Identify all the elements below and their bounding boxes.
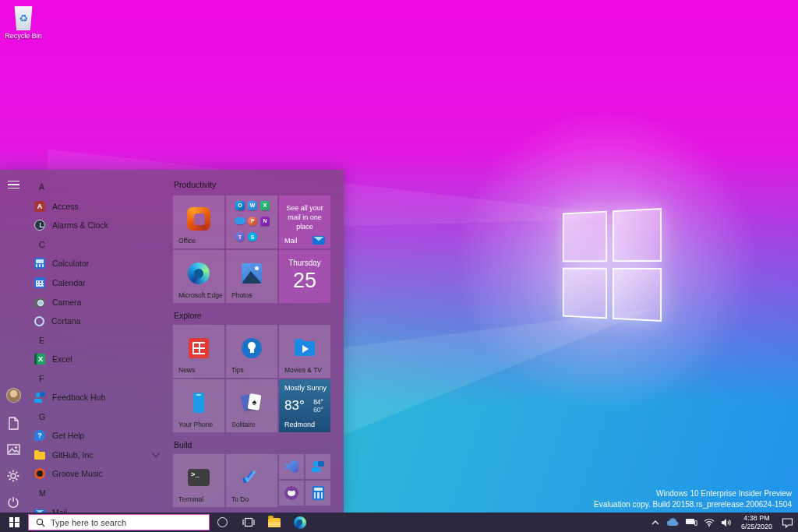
tips-bulb-icon xyxy=(242,338,262,358)
onenote-icon: N xyxy=(260,217,270,226)
windows-logo-pane xyxy=(613,208,662,262)
tile-visual-studio[interactable] xyxy=(279,454,304,479)
search-icon xyxy=(36,518,45,527)
taskbar-search-box[interactable] xyxy=(28,514,210,530)
cortana-icon xyxy=(34,316,44,326)
windows-logo-pane xyxy=(563,268,607,319)
settings-button[interactable] xyxy=(0,466,26,486)
solitaire-cards-icon: ♠ xyxy=(242,393,262,413)
action-center-icon xyxy=(782,517,793,528)
app-item-excel[interactable]: X Excel xyxy=(26,350,165,369)
app-item-access[interactable]: A Access xyxy=(26,197,165,217)
app-item-get-help[interactable]: ? Get Help xyxy=(26,426,165,446)
tile-group-productivity: Productivity xyxy=(174,180,216,189)
show-hidden-icons-button[interactable] xyxy=(651,520,660,526)
photos-icon xyxy=(242,263,262,284)
pictures-button[interactable] xyxy=(0,439,26,460)
onedrive-cloud-icon xyxy=(666,518,679,527)
tile-microsoft-edge[interactable]: Microsoft Edge xyxy=(173,250,224,303)
tile-photos[interactable]: Photos xyxy=(226,250,277,303)
watermark-line1: Windows 10 Enterprise Insider Preview xyxy=(594,488,792,499)
tile-mail-live[interactable]: See all your mail in one place Mail xyxy=(279,196,330,248)
wifi-icon xyxy=(704,518,715,527)
productivity-tile-grid: Office O W X P N T S See all your m xyxy=(173,196,330,303)
tile-calculator-small[interactable] xyxy=(305,481,330,506)
task-view-button[interactable] xyxy=(235,513,261,532)
clock-date: 6/25/2020 xyxy=(741,523,772,531)
tile-tips[interactable]: Tips xyxy=(226,325,277,378)
file-explorer-button[interactable] xyxy=(261,513,287,532)
build-small-tiles xyxy=(279,454,330,507)
app-list-section-a[interactable]: A xyxy=(26,178,165,197)
desktop: ♻ Recycle Bin Windows 10 Enterprise Insi… xyxy=(0,0,798,532)
excel-icon: X xyxy=(34,354,45,365)
tile-office[interactable]: Office xyxy=(173,196,224,248)
tile-group-explore: Explore xyxy=(174,311,202,320)
teams-icon: T xyxy=(235,232,245,241)
tile-calendar-live[interactable]: Thursday 25 xyxy=(279,250,330,303)
wifi-tray-button[interactable] xyxy=(704,518,715,527)
tile-to-do[interactable]: ✓ ✓ To Do xyxy=(226,454,277,507)
app-list-section-m[interactable]: M xyxy=(26,484,165,503)
edge-icon xyxy=(188,262,210,284)
tile-office-suite[interactable]: O W X P N T S xyxy=(226,196,277,248)
app-item-alarms-clock[interactable]: Alarms & Clock xyxy=(26,216,165,235)
tile-feedback-hub-small[interactable] xyxy=(305,454,330,479)
app-item-github-folder[interactable]: GitHub, Inc xyxy=(26,446,165,465)
app-item-feedback-hub[interactable]: Feedback Hub xyxy=(26,388,165,407)
app-item-calendar[interactable]: Calendar xyxy=(26,273,165,293)
search-input[interactable] xyxy=(51,518,191,527)
card-front-icon: ♠ xyxy=(248,393,262,410)
app-item-camera[interactable]: Camera xyxy=(26,292,165,312)
tile-weather-live[interactable]: Mostly Sunny 83° 84° 60° Redmond xyxy=(279,379,330,432)
recycle-bin-label: Recycle Bin xyxy=(3,32,44,40)
tile-terminal[interactable]: >_ Terminal xyxy=(173,454,224,507)
weather-low: 60° xyxy=(313,406,323,414)
calculator-icon xyxy=(34,258,45,269)
onedrive-icon xyxy=(235,217,245,224)
taskbar-clock[interactable]: 4:38 PM 6/25/2020 xyxy=(738,514,775,530)
tile-solitaire[interactable]: ♠ Solitaire xyxy=(226,379,277,432)
watermark-line2: Evaluation copy. Build 20158.rs_prerelea… xyxy=(594,499,792,510)
app-item-calculator[interactable]: Calculator xyxy=(26,254,165,273)
movies-tv-icon xyxy=(295,341,315,356)
build-tile-grid: >_ Terminal ✓ ✓ To Do xyxy=(173,454,330,507)
pictures-icon xyxy=(7,444,20,455)
build-watermark: Windows 10 Enterprise Insider Preview Ev… xyxy=(594,488,792,509)
word-icon: W xyxy=(248,201,257,210)
recycle-bin-shortcut[interactable]: ♻ Recycle Bin xyxy=(3,6,44,40)
volume-tray-button[interactable] xyxy=(721,518,732,527)
app-item-mail[interactable]: Mail xyxy=(26,502,165,513)
edge-browser-button[interactable] xyxy=(287,513,312,532)
device-tray-button[interactable] xyxy=(685,518,697,527)
power-icon xyxy=(7,496,19,509)
tile-your-phone[interactable]: Your Phone xyxy=(173,379,224,432)
user-account-button[interactable] xyxy=(0,385,26,405)
app-list-section-e[interactable]: E xyxy=(26,330,165,350)
tile-github[interactable] xyxy=(279,481,304,506)
recycle-bin-icon: ♻ xyxy=(13,6,34,30)
tile-movies-tv[interactable]: Movies & TV xyxy=(279,325,330,378)
documents-button[interactable] xyxy=(0,413,26,433)
expand-menu-button[interactable] xyxy=(0,174,26,195)
tile-news[interactable]: News xyxy=(173,325,224,378)
start-button[interactable] xyxy=(0,513,28,532)
app-list-section-g[interactable]: G xyxy=(26,407,165,427)
weather-high: 84° xyxy=(313,398,323,406)
mail-tile-label: Mail xyxy=(284,237,298,245)
clock-time: 4:38 PM xyxy=(741,514,772,523)
gear-icon xyxy=(7,470,19,482)
app-list-section-f[interactable]: F xyxy=(26,368,165,388)
cortana-icon xyxy=(217,517,228,527)
onedrive-tray-button[interactable] xyxy=(666,518,679,527)
app-item-cortana[interactable]: Cortana xyxy=(26,312,165,331)
app-item-groove-music[interactable]: Groove Music xyxy=(26,464,165,484)
app-list-section-c[interactable]: C xyxy=(26,235,165,255)
power-button[interactable] xyxy=(0,492,26,513)
cortana-button[interactable] xyxy=(210,513,235,532)
feedback-hub-icon xyxy=(34,392,45,403)
your-phone-icon xyxy=(193,393,204,413)
weather-city: Redmond xyxy=(284,421,315,428)
action-center-button[interactable] xyxy=(782,517,793,528)
user-avatar xyxy=(6,388,21,403)
